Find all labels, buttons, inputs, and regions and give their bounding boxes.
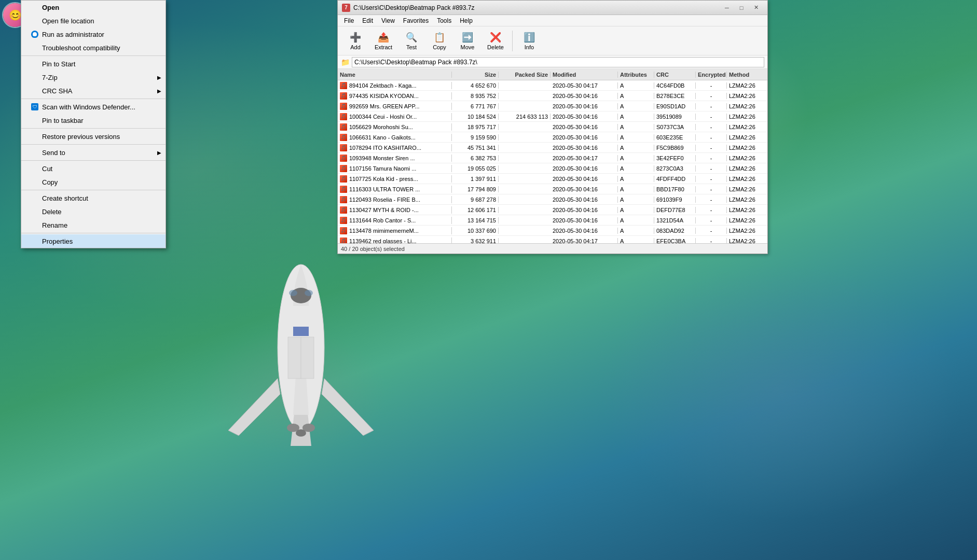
- context-menu-pin-start[interactable]: Pin to Start: [21, 57, 166, 71]
- separator-1: [21, 55, 166, 56]
- header-modified[interactable]: Modified: [551, 72, 618, 78]
- header-name[interactable]: Name: [338, 72, 452, 78]
- file-size-cell: 6 771 767: [452, 103, 499, 109]
- extract-label: Extract: [375, 44, 392, 50]
- context-menu-properties[interactable]: Properties: [21, 234, 166, 248]
- file-size-cell: 9 159 590: [452, 134, 499, 141]
- test-label: Test: [406, 44, 417, 50]
- separator-5: [21, 160, 166, 161]
- info-icon: ℹ️: [524, 32, 535, 43]
- file-modified-cell: 2020-05-30 04:16: [551, 228, 618, 234]
- address-folder-icon: 📁: [341, 58, 350, 66]
- table-row[interactable]: 🎵 1130427 MYTH & ROID -... 12 606 171 20…: [338, 205, 767, 215]
- file-enc-cell: -: [696, 145, 727, 151]
- context-menu-restore-prev[interactable]: Restore previous versions: [21, 130, 166, 143]
- table-row[interactable]: 🎵 1000344 Ceui - Hoshi Or... 10 184 524 …: [338, 111, 767, 122]
- table-row[interactable]: 🎵 894104 Zektbach - Kaga... 4 652 670 20…: [338, 80, 767, 91]
- file-modified-cell: 2020-05-30 04:17: [551, 82, 618, 89]
- file-size-cell: 13 164 715: [452, 217, 499, 223]
- context-menu-copy[interactable]: Copy: [21, 175, 166, 189]
- status-bar: 40 / 20 object(s) selected: [338, 243, 767, 254]
- context-menu-create-shortcut[interactable]: Create shortcut: [21, 191, 166, 205]
- file-icon: 🎵: [340, 92, 347, 100]
- table-row[interactable]: 🎵 1066631 Kano - Gaikots... 9 159 590 20…: [338, 132, 767, 143]
- table-row[interactable]: 🎵 1093948 Monster Siren ... 6 382 753 20…: [338, 153, 767, 163]
- toolbar-add[interactable]: ➕ Add: [342, 29, 369, 53]
- add-icon: ➕: [350, 32, 361, 43]
- table-row[interactable]: 🎵 992659 Mrs. GREEN APP... 6 771 767 202…: [338, 101, 767, 111]
- file-list-container: Name Size Packed Size Modified Attribute…: [338, 69, 767, 243]
- file-size-cell: 18 975 717: [452, 124, 499, 130]
- table-body: 🎵 894104 Zektbach - Kaga... 4 652 670 20…: [338, 80, 767, 243]
- header-attributes[interactable]: Attributes: [618, 72, 654, 78]
- address-input[interactable]: [352, 57, 764, 67]
- toolbar-info[interactable]: ℹ️ Info: [516, 29, 543, 53]
- context-menu-7zip[interactable]: 7-Zip ▶: [21, 71, 166, 84]
- file-method-cell: LZMA2:26: [727, 165, 767, 172]
- context-menu-cut[interactable]: Cut: [21, 162, 166, 175]
- toolbar-delete[interactable]: ❌ Delete: [482, 29, 509, 53]
- table-row[interactable]: 🎵 1107725 Kola Kid - press... 1 397 911 …: [338, 174, 767, 184]
- header-packed[interactable]: Packed Size: [499, 72, 551, 78]
- file-crc-cell: S0737C3A: [654, 124, 696, 130]
- menu-view[interactable]: View: [377, 16, 399, 25]
- header-crc[interactable]: CRC: [654, 72, 696, 78]
- context-menu-pin-taskbar[interactable]: Pin to taskbar: [21, 114, 166, 127]
- menu-file[interactable]: File: [340, 16, 358, 25]
- toolbar-extract[interactable]: 📤 Extract: [370, 29, 397, 53]
- toolbar-copy[interactable]: 📋 Copy: [426, 29, 453, 53]
- address-bar-row: 📁: [338, 55, 767, 69]
- context-menu-delete[interactable]: Delete: [21, 205, 166, 218]
- context-menu-send-to[interactable]: Send to ▶: [21, 146, 166, 159]
- file-attr-cell: A: [618, 176, 654, 182]
- file-method-cell: LZMA2:26: [727, 103, 767, 109]
- table-row[interactable]: 🎵 1056629 Morohoshi Su... 18 975 717 202…: [338, 122, 767, 132]
- file-name-cell: 🎵 1116303 ULTRA TOWER ...: [338, 186, 452, 193]
- context-menu-open-file-location[interactable]: Open file location: [21, 14, 166, 27]
- context-menu-run-as-admin[interactable]: Run as administrator: [21, 27, 166, 41]
- context-menu-open[interactable]: Open: [21, 1, 166, 14]
- file-crc-cell: 083DAD92: [654, 228, 696, 234]
- table-header: Name Size Packed Size Modified Attribute…: [338, 69, 767, 80]
- menu-edit[interactable]: Edit: [358, 16, 377, 25]
- header-size[interactable]: Size: [452, 72, 499, 78]
- file-icon: 🎵: [340, 155, 347, 162]
- file-method-cell: LZMA2:26: [727, 186, 767, 192]
- menu-favorites[interactable]: Favorites: [399, 16, 433, 25]
- toolbar-move[interactable]: ➡️ Move: [454, 29, 481, 53]
- table-row[interactable]: 🎵 1107156 Tamura Naomi ... 19 055 025 20…: [338, 163, 767, 174]
- file-name-cell: 🎵 1093948 Monster Siren ...: [338, 155, 452, 162]
- header-encrypted[interactable]: Encrypted: [696, 72, 727, 78]
- file-modified-cell: 2020-05-30 04:17: [551, 155, 618, 161]
- table-row[interactable]: 🎵 1078294 ITO KASHITARO... 45 751 341 20…: [338, 143, 767, 153]
- close-button[interactable]: ✕: [749, 2, 763, 13]
- svg-rect-4: [293, 327, 309, 336]
- window-title: C:\Users\C\Desktop\Beatmap Pack #893.7z: [353, 4, 720, 11]
- header-method[interactable]: Method: [727, 72, 767, 78]
- file-enc-cell: -: [696, 103, 727, 109]
- table-row[interactable]: 🎵 1134478 mimimemerneM... 10 337 690 202…: [338, 226, 767, 236]
- file-crc-cell: 603E235E: [654, 134, 696, 141]
- window-titlebar: 7 C:\Users\C\Desktop\Beatmap Pack #893.7…: [338, 1, 767, 15]
- file-icon: 🎵: [340, 134, 347, 141]
- file-size-cell: 45 751 341: [452, 145, 499, 151]
- file-icon: 🎵: [340, 123, 347, 131]
- table-row[interactable]: 🎵 1139462 red glasses - Li... 3 632 911 …: [338, 236, 767, 243]
- context-menu-troubleshoot[interactable]: Troubleshoot compatibility: [21, 41, 166, 54]
- file-icon: 🎵: [340, 82, 347, 89]
- menu-tools[interactable]: Tools: [433, 16, 456, 25]
- file-method-cell: LZMA2:26: [727, 207, 767, 213]
- context-menu-scan-defender[interactable]: 🛡 Scan with Windows Defender...: [21, 100, 166, 114]
- file-method-cell: LZMA2:26: [727, 145, 767, 151]
- file-enc-cell: -: [696, 176, 727, 182]
- table-row[interactable]: 🎵 1116303 ULTRA TOWER ... 17 794 809 202…: [338, 184, 767, 194]
- table-row[interactable]: 🎵 1120493 Roselia - FIRE B... 9 687 278 …: [338, 194, 767, 205]
- maximize-button[interactable]: □: [734, 2, 749, 13]
- menu-help[interactable]: Help: [456, 16, 477, 25]
- context-menu-crc-sha[interactable]: CRC SHA ▶: [21, 84, 166, 97]
- table-row[interactable]: 🎵 974435 KISIDA KYODAN... 8 935 752 2020…: [338, 91, 767, 101]
- table-row[interactable]: 🎵 1131644 Rob Cantor - S... 13 164 715 2…: [338, 215, 767, 226]
- context-menu-rename[interactable]: Rename: [21, 218, 166, 232]
- toolbar-test[interactable]: 🔍 Test: [398, 29, 425, 53]
- minimize-button[interactable]: ─: [720, 2, 734, 13]
